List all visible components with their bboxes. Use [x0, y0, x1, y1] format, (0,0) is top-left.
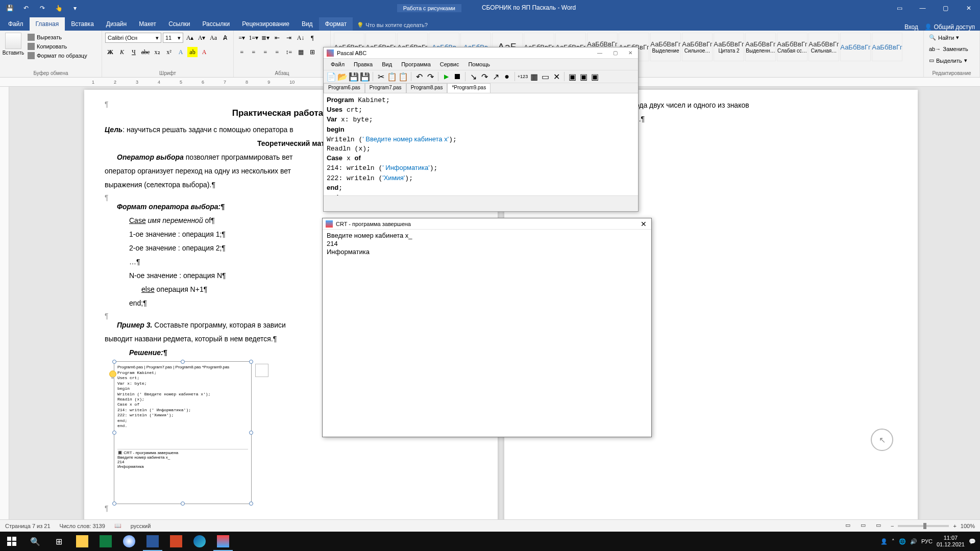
share-button[interactable]: 👤 Общий доступ	[924, 23, 975, 31]
crt-close-icon[interactable]: ✕	[636, 220, 651, 228]
pascal-tab[interactable]: Program6.pas	[324, 83, 365, 93]
stop-icon[interactable]: ⏹	[453, 72, 462, 81]
watch-icon[interactable]: +123	[518, 72, 527, 81]
status-page[interactable]: Страница 7 из 21	[5, 523, 51, 529]
pascal-tab[interactable]: Program7.pas	[365, 83, 406, 93]
numbering-icon[interactable]: 1≡▾	[249, 33, 259, 43]
pascal-menu-service[interactable]: Сервис	[436, 60, 463, 68]
breakpoint-icon[interactable]: ●	[502, 72, 511, 81]
tray-language[interactable]: РУС	[921, 538, 933, 544]
paste-button[interactable]: Вставить	[3, 50, 24, 56]
save-file-icon[interactable]: 💾	[349, 72, 358, 81]
tray-up-icon[interactable]: ˄	[892, 538, 895, 545]
terminate-icon[interactable]: ✕	[552, 72, 561, 81]
cut-button[interactable]: Вырезать	[26, 33, 89, 42]
tab-view[interactable]: Вид	[296, 17, 319, 31]
sign-in-button[interactable]: Вход	[904, 23, 918, 31]
ribbon-options-icon[interactable]: ▭	[888, 0, 911, 16]
crt-output-window[interactable]: CRT - программа завершена ✕ Введите номе…	[322, 218, 652, 437]
italic-button[interactable]: К	[117, 47, 127, 57]
pascal-code-editor[interactable]: Program Kabinet; Uses crt; Var x: byte; …	[324, 93, 638, 195]
tray-notifications-icon[interactable]: 💬	[969, 538, 976, 545]
close-icon[interactable]: ✕	[957, 0, 980, 16]
vars-icon[interactable]: ▦	[529, 72, 538, 81]
window-2-icon[interactable]: ▣	[579, 72, 588, 81]
indent-icon[interactable]: ⇥	[284, 33, 294, 43]
web-layout-icon[interactable]: ▭	[875, 521, 887, 531]
paste-icon[interactable]	[5, 33, 21, 49]
tab-insert[interactable]: Вставка	[65, 17, 100, 31]
embedded-screenshot[interactable]: Program6.pas | Program7.pas | Program8.p…	[114, 361, 252, 504]
undo-tb-icon[interactable]: ↶	[414, 72, 424, 81]
vertical-ruler[interactable]	[0, 87, 9, 532]
zoom-in-button[interactable]: +	[953, 523, 956, 529]
tab-design[interactable]: Дизайн	[100, 17, 133, 31]
pascal-menu-file[interactable]: Файл	[327, 60, 349, 68]
tab-mailings[interactable]: Рассылки	[196, 17, 236, 31]
tab-review[interactable]: Рецензирование	[236, 17, 296, 31]
format-painter-button[interactable]: Формат по образцу	[26, 51, 89, 60]
pascal-menu-program[interactable]: Программа	[397, 60, 435, 68]
line-spacing-icon[interactable]: ↕≡	[284, 47, 294, 57]
borders-icon[interactable]: ⊞	[307, 47, 317, 57]
align-left-icon[interactable]: ≡	[237, 47, 247, 57]
outdent-icon[interactable]: ⇤	[272, 33, 282, 43]
zoom-slider[interactable]	[898, 525, 949, 527]
locals-icon[interactable]: ▭	[541, 72, 550, 81]
pascal-maximize-icon[interactable]: ▢	[607, 47, 623, 59]
shading-icon[interactable]: ▦	[296, 47, 306, 57]
taskbar-word[interactable]	[141, 532, 164, 551]
step-into-icon[interactable]: ↘	[469, 72, 478, 81]
shrink-font-icon[interactable]: A▾	[197, 33, 207, 43]
font-color-icon[interactable]: A	[199, 47, 209, 57]
sort-icon[interactable]: A↓	[296, 33, 306, 43]
strike-button[interactable]: abc	[140, 47, 151, 57]
taskbar-clock[interactable]: 11:07 01.12.2021	[937, 535, 965, 548]
pascal-scrollbar[interactable]	[324, 195, 638, 204]
clear-format-icon[interactable]: A̷	[220, 33, 230, 43]
status-words[interactable]: Число слов: 3139	[60, 523, 105, 529]
window-3-icon[interactable]: ▣	[590, 72, 599, 81]
text-effects-icon[interactable]: A	[176, 47, 186, 57]
tab-layout[interactable]: Макет	[133, 17, 162, 31]
zoom-level[interactable]: 100%	[961, 523, 975, 529]
superscript-button[interactable]: x²	[164, 47, 174, 57]
step-over-icon[interactable]: ↷	[480, 72, 489, 81]
cut-icon[interactable]: ✂	[376, 72, 385, 81]
subscript-button[interactable]: x₂	[152, 47, 162, 57]
pascal-abc-window[interactable]: Pascal ABC — ▢ ✕ Файл Правка Вид Програм…	[323, 47, 639, 212]
taskbar-edge[interactable]	[188, 532, 211, 551]
taskbar-powerpoint[interactable]	[164, 532, 188, 551]
new-file-icon[interactable]: 📄	[327, 72, 336, 81]
bullets-icon[interactable]: ≡▾	[237, 33, 247, 43]
find-button[interactable]: 🔍 Найти ▾	[927, 33, 961, 42]
search-icon[interactable]: 🔍	[23, 532, 47, 551]
taskbar-excel[interactable]	[94, 532, 117, 551]
tab-home[interactable]: Главная	[30, 17, 65, 31]
align-right-icon[interactable]: ≡	[260, 47, 271, 57]
taskbar-explorer[interactable]	[70, 532, 94, 551]
select-button[interactable]: ▭ Выделить ▾	[927, 56, 969, 65]
tab-file[interactable]: Файл	[2, 17, 30, 31]
pascal-menu-help[interactable]: Помощь	[464, 60, 494, 68]
start-button[interactable]	[0, 532, 23, 551]
justify-icon[interactable]: ≡	[272, 47, 282, 57]
qat-more-icon[interactable]: ▾	[68, 2, 82, 15]
layout-options-icon[interactable]	[255, 364, 268, 377]
tab-references[interactable]: Ссылки	[162, 17, 196, 31]
window-1-icon[interactable]: ▣	[568, 72, 577, 81]
redo-tb-icon[interactable]: ↷	[426, 72, 435, 81]
step-out-icon[interactable]: ↗	[491, 72, 500, 81]
change-case-icon[interactable]: Aa	[208, 33, 218, 43]
highlight-icon[interactable]: ab	[187, 47, 198, 57]
tab-format[interactable]: Формат	[319, 17, 353, 31]
status-language[interactable]: русский	[131, 523, 151, 529]
tray-network-icon[interactable]: 🌐	[899, 538, 906, 545]
pascal-menu-view[interactable]: Вид	[378, 60, 396, 68]
tray-people-icon[interactable]: 👤	[880, 538, 888, 545]
taskbar-pascal[interactable]	[211, 532, 235, 551]
undo-icon[interactable]: ↶	[19, 2, 33, 15]
maximize-icon[interactable]: ▢	[934, 0, 957, 16]
copy-tb-icon[interactable]: 📋	[387, 72, 397, 81]
pascal-tab[interactable]: Program8.pas	[406, 83, 448, 93]
